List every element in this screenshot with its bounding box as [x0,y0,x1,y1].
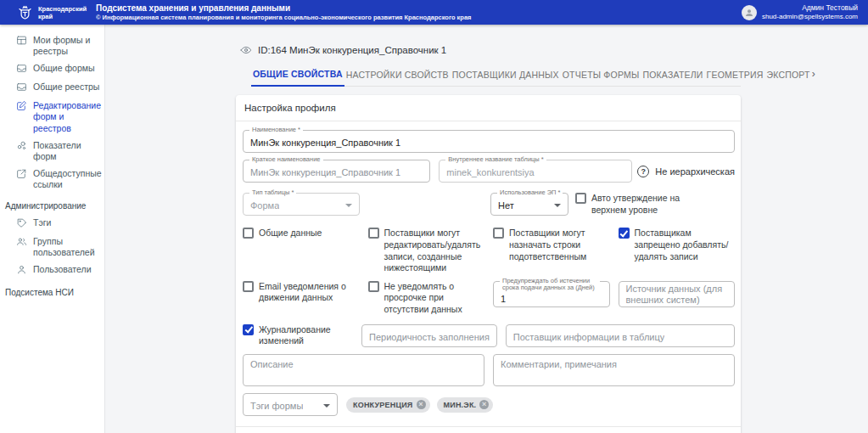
edit-icon [16,100,27,111]
external-link-icon [16,168,27,179]
profile-settings-card: Настройка профиля Наименование * МинЭк к… [236,95,741,433]
tab-general-properties[interactable]: ОБЩИЕ СВОЙСТВА [251,69,344,87]
brand-name: Краснодарский край [38,5,86,20]
remove-tag-icon[interactable]: × [417,400,426,409]
description-textarea[interactable]: Описание [243,354,484,386]
sidebar-section-administration: Администрирование [0,196,104,217]
checkbox-providers-forbidden-add[interactable]: Поставщикам запрещено добавлять/удалять … [619,228,736,262]
avatar [742,5,757,20]
comments-textarea[interactable]: Комментарии, примечания [493,354,735,386]
bubble-chart-icon [16,140,27,151]
sidebar-item-form-indicators[interactable]: Показатели форм [0,140,104,162]
info-provider-field[interactable]: Поставщик информации в таблицу [506,324,735,347]
sidebar: Мои формы и реестры Общие формы Общие ре… [0,25,105,433]
checkbox-no-overdue-notify[interactable]: Не уведомлять о просрочке при отсутствии… [368,281,485,316]
user-icon [16,264,27,275]
checkbox-email-notifications[interactable]: Email уведомления о движении данных [243,281,360,304]
tabs-scroll-right-icon[interactable]: › [812,68,815,86]
inbox-icon [16,82,27,93]
tab-geometry[interactable]: ГЕОМЕТРИЯ [705,70,765,86]
panel-title: Настройка профиля [236,95,741,121]
tab-form-reports[interactable]: ОТЧЕТЫ ФОРМЫ [561,70,641,86]
short-name-field[interactable]: Краткое наименование МинЭк конкуренция_С… [243,160,430,183]
sidebar-item-users[interactable]: Пользователи [0,264,104,277]
tab-property-settings[interactable]: НАСТРОЙКИ СВОЙСТВ [344,70,451,86]
sidebar-section-nsi: Подсистема НСИ [0,283,104,304]
ep-usage-select[interactable]: Использование ЭП * Нет [490,193,568,216]
tag-icon [16,217,27,228]
record-title: ID:164 МинЭк конкуренция_Справочник 1 [258,45,446,55]
checkbox-providers-can-edit[interactable]: Поставщики могут редактировать/удалять з… [368,228,485,274]
sidebar-item-public-links[interactable]: Общедоступные ссылки [0,168,104,190]
name-field[interactable]: Наименование * МинЭк конкуренция_Справоч… [243,130,735,153]
sidebar-item-common-forms[interactable]: Общие формы [0,63,104,76]
sidebar-item-tags[interactable]: Тэги [0,217,104,230]
user-email: shud-admin@spellsystems.com [762,13,858,21]
sidebar-item-user-groups[interactable]: Группы пользователей [0,236,104,258]
inbox-icon [16,63,27,74]
eye-icon[interactable] [240,44,252,56]
help-icon[interactable]: ? [637,166,649,177]
app-title: Подсистема хранения и управления данными [96,3,472,14]
checkbox-auto-approve[interactable]: Авто утверждение на верхнем уровне [575,193,703,216]
sidebar-item-my-forms[interactable]: Мои формы и реестры [0,35,104,57]
fill-period-field[interactable]: Периодичность заполнения [361,324,497,347]
tag-chip: МИН.ЭК. × [437,397,494,413]
checkbox-common-data[interactable]: Общие данные [243,228,360,239]
krasnodar-emblem-icon [16,3,34,21]
chevron-down-icon [554,204,561,207]
tag-chip: КОНКУРЕНЦИЯ × [346,397,430,413]
warn-days-field[interactable]: Предупреждать об истечении срока подачи … [493,281,610,307]
chevron-down-icon [323,404,330,408]
sidebar-item-common-registries[interactable]: Общие реестры [0,82,104,94]
user-menu[interactable]: Админ Тестовый shud-admin@spellsystems.c… [742,3,858,21]
main-content: ID:164 МинЭк конкуренция_Справочник 1 ОБ… [105,25,868,433]
user-name: Админ Тестовый [762,3,858,13]
app-header: Краснодарский край Подсистема хранения и… [0,0,868,25]
hierarchy-hint: Не иерархическая [655,166,735,177]
checkbox-providers-assign-rows[interactable]: Поставщики могут назначать строки подотв… [493,228,610,262]
tab-indicators[interactable]: ПОКАЗАТЕЛИ [641,70,704,86]
data-source-field[interactable]: Источник данных (для внешних систем) [619,281,736,307]
internal-table-name-field: Внутреннее название таблицы * minek_konk… [439,160,632,183]
remove-tag-icon[interactable]: × [479,400,489,409]
tab-bar: ОБЩИЕ СВОЙСТВА НАСТРОЙКИ СВОЙСТВ ПОСТАВЩ… [251,68,741,87]
users-icon [16,236,27,247]
form-tags-select[interactable]: Тэги формы [243,393,338,416]
chevron-down-icon [345,204,352,207]
sidebar-item-edit-forms[interactable]: Редактирование форм и реестров [0,100,104,133]
tab-data-providers[interactable]: ПОСТАВЩИКИ ДАННЫХ [451,70,561,86]
table-icon [16,35,27,46]
tab-export[interactable]: ЭКСПОРТ [765,70,812,86]
app-subtitle: © Информационная система планирования и … [96,14,472,21]
record-title-row: ID:164 МинЭк конкуренция_Справочник 1 [240,44,868,56]
checkbox-change-logging[interactable]: Журналирование изменений [243,324,353,347]
table-type-select: Тип таблицы * Форма [243,193,360,216]
